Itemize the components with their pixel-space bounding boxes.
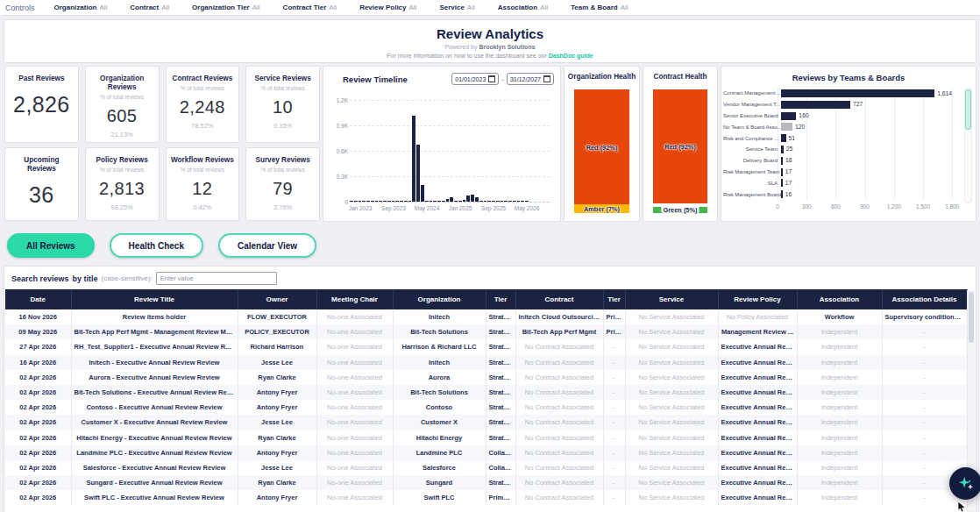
gauge-segment-amber[interactable]: Amber (7%) — [574, 204, 629, 213]
dashdoc-guide-link[interactable]: DashDoc guide — [549, 53, 593, 59]
timeline-bar[interactable] — [392, 201, 395, 202]
filter-contract[interactable]: ContractAll — [130, 4, 169, 11]
table-row[interactable]: 02 Apr 2026Customer X - Executive Annual… — [5, 415, 967, 430]
timeline-bar[interactable] — [437, 201, 441, 202]
timeline-bar[interactable] — [492, 201, 495, 202]
timeline-bar[interactable] — [517, 201, 521, 202]
filter-organization-tier[interactable]: Organization TierAll — [192, 4, 260, 11]
tab-health-check[interactable]: Health Check — [110, 233, 203, 258]
timeline-bar[interactable] — [521, 201, 524, 202]
column-header-review-policy[interactable]: Review Policy — [718, 289, 797, 309]
timeline-bar[interactable] — [387, 201, 391, 202]
tab-calendar-view[interactable]: Calendar View — [218, 233, 316, 258]
timeline-bar[interactable] — [404, 201, 408, 202]
timeline-bar[interactable] — [416, 145, 420, 202]
filter-contract-tier[interactable]: Contract TierAll — [283, 4, 337, 11]
search-input[interactable] — [156, 272, 277, 285]
timeline-bar[interactable] — [359, 201, 362, 202]
table-row[interactable]: 02 Apr 2026Landmine PLC - Executive Annu… — [5, 445, 967, 460]
scrollbar-thumb[interactable] — [965, 89, 971, 130]
timeline-bar[interactable] — [354, 201, 358, 202]
column-header-tier[interactable]: Tier — [603, 289, 625, 309]
teams-bar[interactable] — [781, 101, 850, 109]
timeline-bar[interactable] — [446, 199, 450, 202]
table-row[interactable]: 16 Nov 2026Review items holderFLOW_EXECU… — [5, 309, 967, 324]
timeline-bar[interactable] — [471, 195, 474, 202]
ai-assistant-button[interactable] — [949, 467, 980, 500]
timeline-bar[interactable] — [375, 201, 379, 202]
teams-bar[interactable] — [781, 179, 783, 187]
timeline-bar[interactable] — [350, 201, 353, 202]
table-row[interactable]: 02 Apr 2026Swift PLC - Executive Annual … — [5, 490, 967, 505]
teams-chart-scrollbar[interactable] — [964, 88, 972, 203]
timeline-bar[interactable] — [463, 200, 466, 202]
timeline-bar[interactable] — [421, 185, 424, 202]
timeline-bar[interactable] — [371, 201, 374, 202]
filter-review-policy[interactable]: Review PolicyAll — [359, 4, 416, 11]
timeline-bar[interactable] — [425, 201, 429, 202]
gauge-segment-green[interactable]: Green (5%) — [653, 207, 707, 213]
table-row[interactable]: 09 May 2026Bit-Tech App Perf Mgmt - Mana… — [5, 324, 967, 339]
filter-team-board[interactable]: Team & BoardAll — [571, 4, 628, 11]
timeline-bar[interactable] — [454, 201, 458, 202]
teams-bar[interactable] — [781, 157, 783, 165]
column-header-tier[interactable]: Tier — [486, 289, 515, 309]
teams-bar[interactable] — [781, 168, 783, 176]
timeline-bar[interactable] — [501, 201, 504, 202]
column-header-association-details[interactable]: Association Details — [882, 289, 967, 309]
table-row[interactable]: 02 Apr 2026Salesforce - Executive Annual… — [5, 460, 967, 475]
timeline-bar[interactable] — [487, 201, 491, 202]
gauge-segment-red[interactable]: Red (92%) — [653, 89, 707, 203]
column-header-review-title[interactable]: Review Title — [71, 289, 238, 309]
table-row[interactable]: 02 Apr 2026Sungard - Executive Annual Re… — [5, 475, 967, 490]
timeline-bar[interactable] — [400, 201, 403, 202]
table-row[interactable]: 02 Apr 2026Bit-Tech Solutions - Executiv… — [5, 385, 967, 400]
teams-bar[interactable] — [781, 134, 786, 142]
column-header-date[interactable]: Date — [5, 289, 71, 309]
timeline-bar[interactable] — [479, 201, 483, 202]
column-header-organization[interactable]: Organization — [393, 289, 486, 309]
table-row[interactable]: 02 Apr 2026Contoso - Executive Annual Re… — [5, 400, 967, 415]
column-header-owner[interactable]: Owner — [238, 289, 316, 309]
filter-service[interactable]: ServiceAll — [439, 4, 474, 11]
table-row[interactable]: 16 Apr 2026Initech - Executive Annual Re… — [5, 355, 967, 370]
tab-all-reviews[interactable]: All Reviews — [7, 233, 95, 258]
filter-organization[interactable]: OrganizationAll — [54, 4, 108, 11]
column-header-meeting-chair[interactable]: Meeting Chair — [316, 289, 393, 309]
table-row[interactable]: 02 Apr 2026Aurora - Executive Annual Rev… — [5, 370, 967, 385]
teams-bar[interactable] — [781, 190, 783, 198]
timeline-bar[interactable] — [504, 201, 508, 202]
timeline-bar[interactable] — [379, 201, 382, 202]
timeline-bar[interactable] — [496, 201, 500, 202]
timeline-bar[interactable] — [433, 201, 437, 202]
timeline-bar[interactable] — [525, 201, 529, 202]
timeline-bar[interactable] — [508, 201, 512, 202]
table-row[interactable]: 02 Apr 2026Hitachi Energy - Executive An… — [5, 430, 967, 445]
column-header-association[interactable]: Association — [797, 289, 882, 309]
timeline-bar[interactable] — [466, 196, 470, 202]
timeline-bar[interactable] — [475, 197, 479, 202]
timeline-bar[interactable] — [412, 116, 415, 202]
timeline-bar[interactable] — [484, 201, 487, 202]
timeline-bar[interactable] — [408, 201, 412, 202]
gauge-segment-red[interactable]: Red (92%) — [574, 89, 629, 204]
teams-bar[interactable] — [781, 146, 784, 153]
table-row[interactable]: 27 Apr 2026RH_Test_Supplier1 - Executive… — [5, 339, 967, 354]
filter-association[interactable]: AssociationAll — [498, 4, 548, 11]
timeline-bar[interactable] — [383, 201, 387, 202]
scrollbar-thumb[interactable] — [969, 292, 974, 343]
teams-bar[interactable] — [781, 123, 792, 131]
timeline-bar[interactable] — [362, 201, 366, 202]
timeline-bar[interactable] — [513, 201, 516, 202]
date-to-input[interactable]: 31/12/2027 — [507, 73, 554, 85]
column-header-contract[interactable]: Contract — [515, 289, 603, 309]
teams-bar[interactable] — [781, 89, 934, 97]
column-header-service[interactable]: Service — [625, 289, 718, 309]
timeline-bar[interactable] — [458, 201, 462, 202]
teams-bar[interactable] — [781, 112, 796, 120]
timeline-bar[interactable] — [450, 197, 453, 202]
date-from-input[interactable]: 01/01/2023 — [451, 73, 499, 85]
timeline-bar[interactable] — [395, 201, 399, 202]
timeline-bar[interactable] — [442, 201, 445, 202]
timeline-bar[interactable] — [430, 201, 433, 202]
